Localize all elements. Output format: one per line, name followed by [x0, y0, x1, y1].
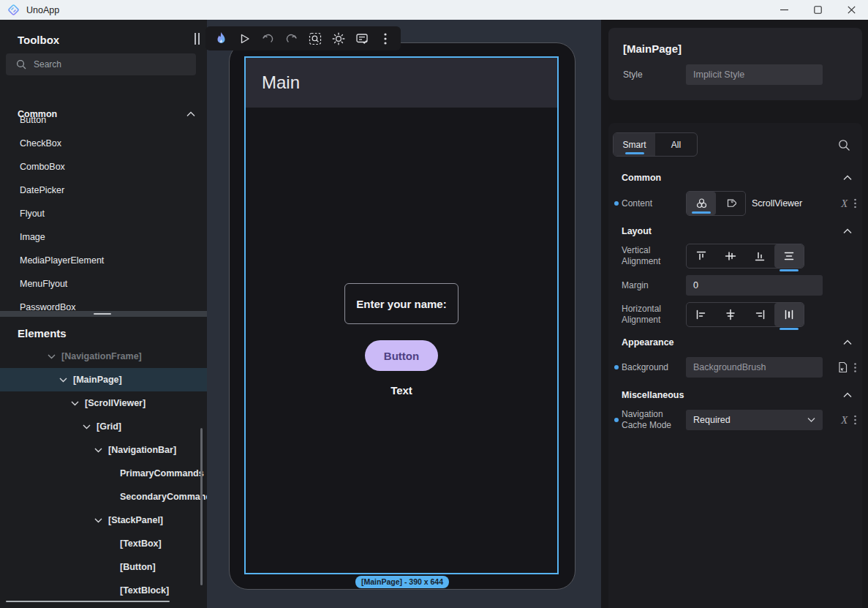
modified-indicator	[614, 201, 619, 206]
background-field[interactable]: BackgroundBrush	[686, 357, 823, 378]
tree-item-navigationbar[interactable]: [NavigationBar]	[0, 438, 207, 462]
tree-horizontal-scrollbar[interactable]	[6, 601, 170, 602]
navigation-bar-preview[interactable]: Main	[246, 58, 557, 108]
style-field[interactable]: Implicit Style	[686, 64, 823, 85]
elements-panel: Elements [NavigationFrame] [MainPage] [S…	[0, 317, 207, 608]
section-appearance[interactable]: Appearance	[622, 336, 852, 349]
background-label: Background	[622, 362, 684, 373]
form-validation-icon[interactable]	[355, 31, 369, 45]
modified-indicator	[614, 418, 619, 422]
toolbox-item-flyout[interactable]: Flyout	[20, 209, 45, 219]
more-options-icon[interactable]	[378, 31, 392, 45]
properties-panel: [MainPage] Style Implicit Style Smart Al…	[601, 20, 868, 608]
align-center-vertical-icon[interactable]	[716, 244, 745, 268]
properties-search-icon[interactable]	[838, 139, 850, 151]
tree-item-mainpage[interactable]: [MainPage]	[0, 368, 207, 391]
tree-item-button[interactable]: [Button]	[0, 555, 207, 579]
content-label: Content	[622, 198, 684, 209]
property-options-icon[interactable]	[854, 199, 856, 209]
align-bottom-icon[interactable]	[745, 244, 774, 268]
play-icon[interactable]	[238, 31, 252, 45]
align-top-icon[interactable]	[687, 244, 716, 268]
element-inspector-icon[interactable]	[308, 31, 322, 45]
section-common[interactable]: Common	[622, 171, 852, 184]
align-right-icon[interactable]	[745, 303, 774, 326]
markup-extension-icon[interactable]: X	[841, 414, 848, 427]
toolbox-item-datepicker[interactable]: DatePicker	[20, 185, 64, 195]
search-icon	[16, 59, 26, 70]
section-layout[interactable]: Layout	[622, 225, 852, 238]
selected-element-title: [MainPage]	[623, 42, 682, 55]
tab-all[interactable]: All	[655, 133, 697, 156]
toolbox-item-checkbox[interactable]: CheckBox	[20, 138, 61, 149]
align-center-horizontal-icon[interactable]	[716, 303, 745, 326]
markup-extension-icon[interactable]: X	[841, 198, 848, 210]
tree-item-textblock[interactable]: [TextBlock]	[0, 579, 207, 602]
chevron-down-icon	[48, 354, 56, 359]
stretch-horizontal-icon[interactable]	[774, 303, 804, 326]
tree-item-scrollviewer[interactable]: [ScrollViewer]	[0, 391, 207, 415]
dropdown-chevron-icon	[807, 418, 815, 423]
undo-icon[interactable]	[261, 31, 275, 45]
property-options-icon[interactable]	[854, 416, 856, 425]
chevron-down-icon	[94, 518, 102, 523]
chevron-up-icon	[843, 339, 852, 345]
mainpage-preview[interactable]: Main Enter your name: Button Text	[244, 56, 559, 574]
toolbox-item-combobox[interactable]: ComboBox	[20, 162, 65, 172]
tag-toggle[interactable]	[716, 192, 745, 215]
content-property-row: Content ScrollViewer X	[608, 192, 862, 215]
vertical-alignment-label: Vertical Alignment	[622, 245, 684, 267]
toolbar-drag-handle[interactable]	[195, 33, 200, 45]
toolbox-item-mediaplayerelement[interactable]: MediaPlayerElement	[20, 255, 104, 266]
margin-label: Margin	[622, 280, 684, 291]
redo-icon[interactable]	[284, 31, 298, 45]
design-toolbar	[195, 26, 401, 50]
tree-vertical-scrollbar[interactable]	[200, 428, 203, 585]
search-input[interactable]	[34, 59, 180, 70]
chevron-up-icon	[843, 175, 852, 181]
panel-splitter[interactable]	[0, 311, 207, 317]
element-tree: [NavigationFrame] [MainPage] [ScrollView…	[0, 345, 207, 602]
hot-reload-flame-icon[interactable]	[214, 31, 228, 45]
horizontal-alignment-toggle	[686, 302, 804, 327]
textblock-preview[interactable]: Text	[390, 384, 412, 397]
maximize-button[interactable]	[801, 0, 834, 20]
toolbox-item-image[interactable]: Image	[20, 232, 45, 242]
resource-icon[interactable]	[837, 361, 848, 373]
content-value: ScrollViewer	[752, 198, 802, 209]
visual-tree-toggle[interactable]	[687, 192, 716, 215]
stretch-vertical-icon[interactable]	[774, 244, 804, 268]
close-button[interactable]	[834, 0, 868, 20]
properties-card: Smart All Common Content	[608, 123, 862, 608]
navigation-cache-mode-label: Navigation Cache Mode	[622, 409, 684, 431]
chevron-down-icon	[71, 401, 79, 406]
horizontal-alignment-row: Horizontal Alignment	[608, 303, 862, 326]
toolbox-search[interactable]	[6, 53, 196, 75]
property-tabs: Smart All	[613, 132, 698, 157]
property-options-icon[interactable]	[854, 363, 856, 372]
selection-size-badge: [MainPage] - 390 x 644	[355, 576, 449, 588]
tree-item-grid[interactable]: [Grid]	[0, 415, 207, 438]
chevron-down-icon	[94, 448, 102, 453]
tree-item-navigationframe[interactable]: [NavigationFrame]	[0, 345, 207, 368]
tree-item-textbox[interactable]: [TextBox]	[0, 532, 207, 555]
tree-item-secondarycommands[interactable]: SecondaryCommands	[0, 485, 207, 508]
tree-item-stackpanel[interactable]: [StackPanel]	[0, 508, 207, 532]
theme-toggle-icon[interactable]	[331, 31, 345, 45]
tree-item-primarycommands[interactable]: PrimaryCommands	[0, 462, 207, 485]
section-miscellaneous[interactable]: Miscellaneous	[622, 389, 852, 402]
toolbox-item-menuflyout[interactable]: MenuFlyout	[20, 279, 67, 289]
active-tab-indicator	[625, 152, 644, 154]
toolbox-item-button[interactable]: Button	[20, 115, 46, 125]
button-preview[interactable]: Button	[365, 340, 438, 371]
navigation-cache-mode-dropdown[interactable]: Required	[686, 410, 823, 430]
align-left-icon[interactable]	[687, 303, 716, 326]
textbox-preview[interactable]: Enter your name:	[344, 283, 458, 324]
tab-smart[interactable]: Smart	[614, 133, 655, 156]
visual-tree-icon	[695, 198, 708, 209]
selected-element-card: [MainPage] Style Implicit Style	[608, 28, 862, 100]
device-frame: Main Enter your name: Button Text [MainP…	[229, 42, 575, 590]
tag-icon	[725, 198, 736, 209]
minimize-button[interactable]	[767, 0, 801, 20]
margin-field[interactable]: 0	[686, 275, 823, 296]
